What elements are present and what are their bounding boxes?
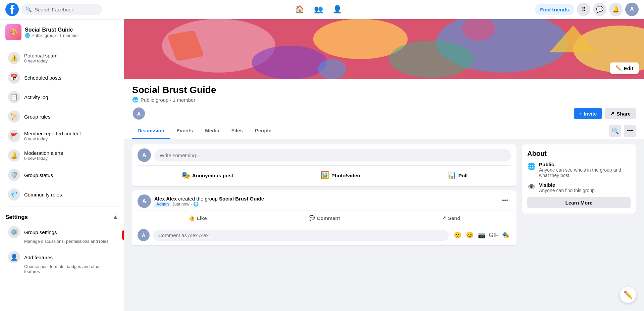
comment-button[interactable]: 💬 Comment xyxy=(305,212,344,224)
sidebar-item-community-roles[interactable]: 💎 Community roles xyxy=(3,185,121,204)
rules-icon: 📜 xyxy=(8,110,20,123)
tab-discussion[interactable]: Discussion xyxy=(132,123,170,139)
sidebar-group-avatar: 🎨 xyxy=(5,24,21,40)
sidebar-item-group-settings[interactable]: ⚙️ Group settings Manage discussions, pe… xyxy=(3,223,121,247)
about-visible-desc: Anyone can find this group. xyxy=(539,188,596,193)
globe-icon-group: 🌐 xyxy=(132,97,139,103)
send-button[interactable]: ↗ Send xyxy=(438,212,465,224)
sidebar-item-member-reported[interactable]: 🚩 Member-reported content 0 new today xyxy=(3,127,121,145)
search-input[interactable] xyxy=(35,7,98,12)
photo-video-button[interactable]: 🖼️ Photo/video xyxy=(316,168,364,182)
more-tab-button[interactable]: ••• xyxy=(624,125,636,137)
top-navigation: 🔍 🏠 👥 👤 Find friends ⠿ 💬 🔔 A xyxy=(0,0,644,19)
sidebar-group-info: Social Brust Guide 🌐 Public group · 1 me… xyxy=(25,27,118,38)
about-card: About 🌐 Public Anyone can see who's in t… xyxy=(522,144,636,214)
post-author-name: Alex Alex created the group Social Brust… xyxy=(154,196,267,202)
post-time: Just now xyxy=(172,202,189,207)
anonymous-post-button[interactable]: 🎭 Anonymous post xyxy=(177,168,237,182)
tab-files[interactable]: Files xyxy=(226,123,248,139)
comment-actions: 🙂 😊 📷 GIF 🎭 xyxy=(452,230,511,240)
feed-column: A 🎭 Anonymous post 🖼️ Photo/video xyxy=(132,144,517,245)
home-nav-button[interactable]: 🏠 xyxy=(291,1,308,17)
search-icon: 🔍 xyxy=(25,6,32,12)
right-column: About 🌐 Public Anyone can see who's in t… xyxy=(522,144,636,245)
sidebar-item-content-spam: Potential spam 0 new today xyxy=(24,53,116,63)
gear-icon: ⚙️ xyxy=(8,226,20,238)
about-visible-info: Visible Anyone can find this group. xyxy=(539,182,596,193)
svg-point-13 xyxy=(318,59,346,79)
sidebar-item-content-rules: Group rules xyxy=(24,114,116,120)
group-settings-wrapper: ⚙️ Group settings Manage discussions, pe… xyxy=(0,223,124,247)
sidebar-item-group-status[interactable]: 🛡️ Group status xyxy=(3,166,121,184)
nav-left: 🔍 xyxy=(5,3,102,16)
tab-events[interactable]: Events xyxy=(171,123,198,139)
sidebar-item-content-activity: Activity log xyxy=(24,94,116,100)
sidebar-item-content-status: Group status xyxy=(24,172,116,178)
sidebar-item-content-reported: Member-reported content 0 new today xyxy=(24,131,116,141)
group-actions-row: A + Invite ↗ Share xyxy=(132,107,636,123)
sidebar-item-content-scheduled: Scheduled posts xyxy=(24,75,116,81)
group-info-bar: Social Brust Guide 🌐 Public group · 1 me… xyxy=(124,79,644,123)
sidebar-item-activity-log[interactable]: 📋 Activity log xyxy=(3,88,121,106)
about-public-desc: Anyone can see who's in the group and wh… xyxy=(539,167,631,178)
sidebar-group-name: Social Brust Guide xyxy=(25,27,118,33)
bell-icon: 🔔 xyxy=(8,149,20,162)
emoji-sticker-button[interactable]: 🙂 xyxy=(452,230,463,240)
friends-nav-button[interactable]: 👥 xyxy=(310,1,326,17)
search-bar[interactable]: 🔍 xyxy=(21,4,102,15)
sidebar-item-scheduled-posts[interactable]: 📅 Scheduled posts xyxy=(3,68,121,87)
like-button[interactable]: 👍 Like xyxy=(184,212,211,224)
notifications-button[interactable]: 🔔 xyxy=(609,3,623,16)
tab-media[interactable]: Media xyxy=(200,123,225,139)
sidebar-item-content-community: Community roles xyxy=(24,192,116,197)
learn-more-button[interactable]: Learn More xyxy=(527,197,631,208)
tab-people[interactable]: People xyxy=(250,123,277,139)
sidebar-item-add-features[interactable]: 👤 Add features Choose post formats, badg… xyxy=(3,248,121,277)
share-button[interactable]: ↗ Share xyxy=(605,108,636,119)
user-avatar-nav[interactable]: A xyxy=(625,3,639,16)
user-avatar-post: A xyxy=(138,148,151,162)
sidebar-divider-2 xyxy=(5,207,118,207)
about-public-row: 🌐 Public Anyone can see who's in the gro… xyxy=(527,162,631,178)
group-action-buttons: + Invite ↗ Share xyxy=(574,108,636,119)
profile-nav-button[interactable]: 👤 xyxy=(329,1,345,17)
separator-dot: · xyxy=(191,202,192,207)
find-friends-button[interactable]: Find friends xyxy=(535,4,574,15)
edit-pencil-icon: ✏️ xyxy=(615,65,622,71)
floating-write-button[interactable]: ✏️ xyxy=(620,287,636,303)
member-avatar: A xyxy=(132,107,146,120)
cover-art-svg xyxy=(124,19,644,79)
emoji-button[interactable]: 😊 xyxy=(464,230,475,240)
invite-button[interactable]: + Invite xyxy=(574,108,602,119)
settings-item-row-features: 👤 Add features xyxy=(8,251,116,263)
sidebar-item-moderation-alerts[interactable]: 🔔 Moderation alerts 0 new today xyxy=(3,146,121,165)
cover-image xyxy=(124,19,644,79)
gif-button[interactable]: GIF xyxy=(488,230,499,240)
camera-button[interactable]: 📷 xyxy=(476,230,487,240)
settings-section-header: Settings ▲ xyxy=(0,210,124,222)
post-more-button[interactable]: ••• xyxy=(499,194,511,207)
tab-actions: 🔍 ••• xyxy=(609,125,636,137)
write-post-input[interactable] xyxy=(154,149,511,162)
group-meta-row: 🌐 Public group · 1 member xyxy=(132,97,636,103)
about-public-info: Public Anyone can see who's in the group… xyxy=(539,162,631,178)
search-tab-button[interactable]: 🔍 xyxy=(609,125,621,137)
facebook-logo-icon[interactable] xyxy=(5,3,19,16)
comment-input[interactable] xyxy=(153,230,449,241)
cover-edit-button[interactable]: ✏️ Edit xyxy=(610,62,639,74)
grid-menu-button[interactable]: ⠿ xyxy=(577,3,590,16)
commenter-avatar: A xyxy=(138,229,150,241)
settings-item-label-group: Group settings xyxy=(24,229,57,235)
write-post-card: A 🎭 Anonymous post 🖼️ Photo/video xyxy=(132,144,517,186)
settings-item-desc-features: Choose post formats, badges and other fe… xyxy=(8,264,116,274)
sidebar-item-group-rules[interactable]: 📜 Group rules xyxy=(3,107,121,126)
send-icon: ↗ xyxy=(442,215,446,221)
content-area: A 🎭 Anonymous post 🖼️ Photo/video xyxy=(124,139,644,251)
sidebar-item-potential-spam[interactable]: ⚠️ Potential spam 0 new today xyxy=(3,49,121,68)
sidebar-item-label-activity: Activity log xyxy=(24,94,116,100)
settings-collapse-icon[interactable]: ▲ xyxy=(112,214,118,221)
messenger-button[interactable]: 💬 xyxy=(593,3,606,16)
sticker-button[interactable]: 🎭 xyxy=(500,230,511,240)
poll-button[interactable]: 📊 Poll xyxy=(443,168,472,182)
sidebar-item-label-spam: Potential spam xyxy=(24,53,116,58)
